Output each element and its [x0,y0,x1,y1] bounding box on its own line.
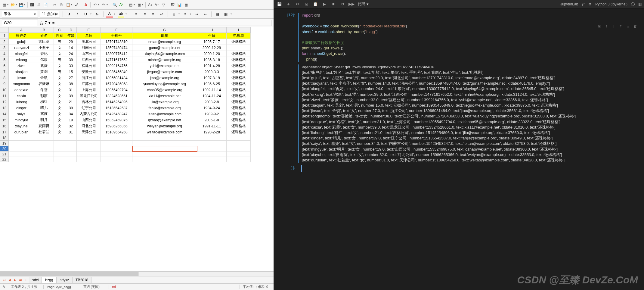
row-header-19[interactable]: 19 [0,141,9,146]
data-cell[interactable]: erkang [9,57,34,63]
data-cell[interactable]: fanjie@example.org [132,105,197,111]
empty-cell[interactable] [132,135,197,141]
data-cell[interactable]: 女 [54,87,65,93]
data-cell[interactable]: caixia [9,93,34,99]
paste-icon[interactable]: 📋 [65,2,71,8]
strike-button[interactable]: S [94,11,101,17]
find-icon[interactable]: 🔍 [112,2,118,8]
header-cell[interactable]: 姓名 [34,33,54,39]
empty-cell[interactable] [9,151,34,157]
empty-cell[interactable] [197,146,227,151]
open-dropdown[interactable]: ▾ [16,3,17,6]
data-cell[interactable]: 女 [54,129,65,135]
data-cell[interactable]: 1997-8-19 [197,75,227,81]
row-header-13[interactable]: 13 [0,105,9,111]
empty-cell[interactable] [132,141,197,146]
sort-asc-icon[interactable]: A↓ [147,2,153,8]
empty-cell[interactable] [77,146,101,151]
bold-button[interactable]: B [66,11,72,17]
empty-cell[interactable] [65,135,77,141]
empty-cell[interactable] [65,151,77,157]
data-cell[interactable]: 男 [54,69,65,75]
data-cell[interactable]: 湖北公司 [77,39,101,45]
data-cell[interactable]: 女 [54,75,65,81]
data-cell[interactable]: qinger [9,105,34,111]
data-cell[interactable]: 2000-1-20 [197,51,227,57]
cell-type-dropdown[interactable]: 代码 ▾ [358,2,369,7]
empty-cell[interactable] [132,151,197,157]
data-cell[interactable]: 香妃 [34,51,54,57]
data-cell[interactable]: 1989-9-2 [197,111,227,117]
empty-cell[interactable] [54,141,65,146]
data-cell[interactable]: 冬雪 [34,87,54,93]
cut-icon[interactable]: ✂ [294,1,300,7]
code-cell[interactable]: [12]: import xlrd workbook = xlrd.open_w… [274,11,644,63]
stop-icon[interactable]: ■ [330,1,336,7]
col-header-D[interactable]: D [65,27,77,33]
data-cell[interactable]: 39 [65,57,77,63]
data-cell[interactable]: 13992164756 [101,63,132,69]
row-header-11[interactable]: 11 [0,93,9,99]
data-cell[interactable]: 18966031484 [101,75,132,81]
tab-prev-icon[interactable]: ◀ [7,278,12,282]
data-cell[interactable]: rongmomo [9,81,34,87]
data-cell[interactable]: 古巨基 [34,39,54,45]
horizontal-scrollbar[interactable] [0,271,274,276]
header-cell[interactable]: 年龄 [65,33,77,39]
font-color-dropdown[interactable]: ▾ [114,13,115,15]
sum-icon[interactable]: Σ ▾ [45,20,51,25]
empty-input[interactable] [301,165,641,172]
data-cell[interactable]: 13597480474 [101,45,132,51]
data-cell[interactable]: 还珠格格 [227,93,251,99]
data-cell[interactable]: minhe@example.org [132,57,197,63]
chart-icon[interactable]: 📊 [176,2,182,8]
paste-dropdown[interactable]: ▾ [71,3,72,6]
data-cell[interactable]: 塞娅 [34,111,54,117]
row-header-9[interactable]: 9 [0,81,9,87]
wrap-icon[interactable]: ↵ [158,11,165,17]
data-cell[interactable]: xiangfei [9,51,34,57]
cond-dropdown[interactable]: ▾ [231,13,232,15]
data-cell[interactable]: 13324528661 [101,93,132,99]
data-cell[interactable]: 39 [65,105,77,111]
font-color-button[interactable]: A [106,11,113,17]
data-cell[interactable]: xia11@example.net [132,93,197,99]
valign-icon[interactable]: ≡ [182,11,189,17]
row-header-7[interactable]: 7 [0,69,9,75]
data-cell[interactable]: 2005-1-8 [197,117,227,123]
col-header-G[interactable]: G [132,27,197,33]
align-center-icon[interactable]: ≡ [141,11,148,17]
data-cell[interactable]: liuhong [9,99,34,105]
data-cell[interactable]: 晴儿 [34,105,54,111]
empty-cell[interactable] [9,146,34,151]
indent-icon[interactable]: ⇥ [194,11,200,17]
jupyterlab-label[interactable]: JupyterLab [560,2,578,6]
data-cell[interactable]: weitao@example.com [132,129,197,135]
formula-input[interactable] [57,20,272,26]
clear-format-icon[interactable]: A̷ [83,2,89,8]
row-icon[interactable]: ▤ [128,2,134,8]
data-cell[interactable]: 辽宁公司 [77,105,101,111]
empty-cell[interactable] [227,135,251,141]
data-cell[interactable]: 女 [54,99,65,105]
data-cell[interactable]: 还珠格格 [227,39,251,45]
redo-dropdown[interactable]: ▾ [107,3,108,6]
pdf-icon[interactable]: 🅿 [29,2,35,8]
data-cell[interactable]: 还珠格格 [227,105,251,111]
data-cell[interactable]: 15145254896 [101,99,132,105]
row-header-2[interactable]: 2 [0,39,9,45]
col-header-A[interactable]: A [9,27,34,33]
data-cell[interactable]: 还珠格格 [227,111,251,117]
data-cell[interactable]: qzhao@example.net [132,117,197,123]
header-cell[interactable]: 性别 [54,33,65,39]
data-cell[interactable]: 还珠格格 [227,99,251,105]
equals-icon[interactable]: = [52,20,55,25]
data-cell[interactable]: 女 [54,111,65,117]
fx-icon[interactable]: fx [40,20,43,26]
data-cell[interactable]: leitan@example.com [132,111,197,117]
data-cell[interactable]: chao95@example.org [132,87,197,93]
data-cell[interactable]: 女 [54,117,65,123]
interface-switch-icon[interactable]: ⇄ [582,2,585,6]
row-header-16[interactable]: 16 [0,123,9,129]
outdent-icon[interactable]: ⇤ [202,11,209,17]
